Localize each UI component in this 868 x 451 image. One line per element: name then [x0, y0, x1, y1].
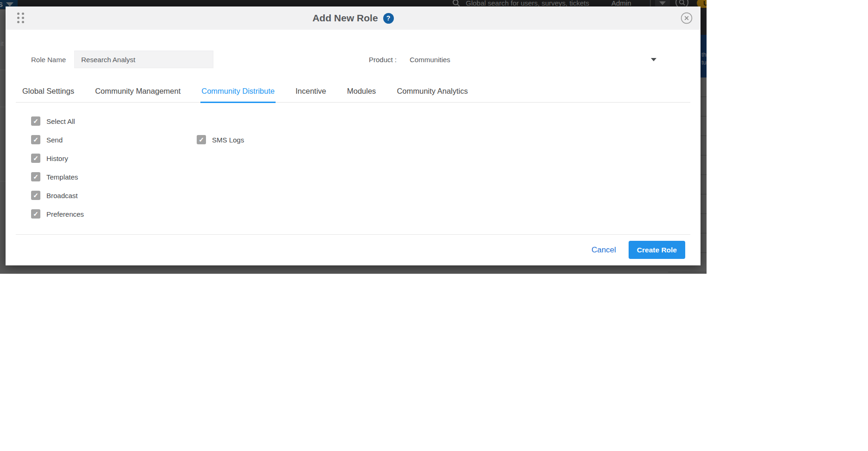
permission-row: ✓ Preferences: [31, 205, 701, 223]
check-icon: ✓: [33, 173, 39, 180]
product-value: Communities: [410, 56, 450, 64]
add-role-modal: Add New Role ? Role Name Product : Commu…: [6, 6, 701, 265]
check-icon: ✓: [33, 192, 39, 199]
tab-modules[interactable]: Modules: [346, 81, 377, 103]
modal-title: Add New Role: [312, 13, 378, 24]
close-icon[interactable]: [681, 12, 693, 24]
permission-label: SMS Logs: [212, 136, 244, 144]
checkbox-broadcast[interactable]: ✓: [31, 191, 40, 200]
permission-label: History: [46, 155, 68, 162]
cancel-button[interactable]: Cancel: [592, 245, 616, 255]
permission-label: Templates: [46, 173, 78, 181]
tab-bar: Global Settings Community Management Com…: [16, 81, 690, 103]
create-role-button[interactable]: Create Role: [629, 241, 685, 259]
checkbox-select-all[interactable]: ✓: [31, 116, 40, 126]
modal-header: Add New Role ?: [6, 6, 701, 30]
checkbox-templates[interactable]: ✓: [31, 172, 40, 181]
tab-community-analytics[interactable]: Community Analytics: [396, 81, 469, 103]
permission-row: ✓ Send ✓ SMS Logs: [31, 130, 701, 149]
permissions-list: ✓ Select All ✓ Send ✓ SMS Logs ✓ History…: [6, 103, 701, 223]
checkbox-preferences[interactable]: ✓: [31, 209, 40, 219]
permission-row: ✓ History: [31, 149, 701, 168]
modal-footer: Cancel Create Role: [6, 234, 701, 265]
checkbox-history[interactable]: ✓: [31, 154, 40, 163]
footer-divider: [16, 234, 690, 235]
fields-row: Role Name Product : Communities: [6, 51, 701, 68]
role-name-input[interactable]: [74, 51, 213, 68]
permission-row: ✓ Select All: [31, 112, 701, 130]
chevron-down-icon: [651, 58, 656, 61]
checkbox-send[interactable]: ✓: [31, 135, 40, 144]
tab-community-management[interactable]: Community Management: [94, 81, 181, 103]
permission-label: Send: [46, 136, 63, 144]
tab-global-settings[interactable]: Global Settings: [21, 81, 75, 103]
permission-label: Select All: [46, 117, 75, 125]
product-select[interactable]: Product : Communities: [369, 51, 656, 68]
help-icon[interactable]: ?: [383, 13, 394, 24]
product-label: Product :: [369, 56, 397, 64]
tab-incentive[interactable]: Incentive: [295, 81, 327, 103]
check-icon: ✓: [33, 136, 39, 143]
checkbox-sms-logs[interactable]: ✓: [197, 135, 206, 144]
permission-label: Broadcast: [46, 192, 78, 200]
check-icon: ✓: [33, 117, 39, 125]
permission-item: ✓ SMS Logs: [197, 130, 244, 149]
role-name-label: Role Name: [31, 56, 66, 64]
permission-row: ✓ Broadcast: [31, 186, 701, 205]
check-icon: ✓: [33, 210, 39, 218]
tab-community-distribute[interactable]: Community Distribute: [200, 81, 276, 103]
check-icon: ✓: [33, 155, 39, 162]
drag-handle-icon[interactable]: [17, 13, 24, 23]
check-icon: ✓: [199, 136, 204, 143]
permission-label: Preferences: [46, 210, 84, 218]
permission-row: ✓ Templates: [31, 168, 701, 186]
app-window: S Global search for users, surveys, tick…: [0, 0, 707, 274]
modal-title-wrap: Add New Role ?: [312, 13, 393, 24]
